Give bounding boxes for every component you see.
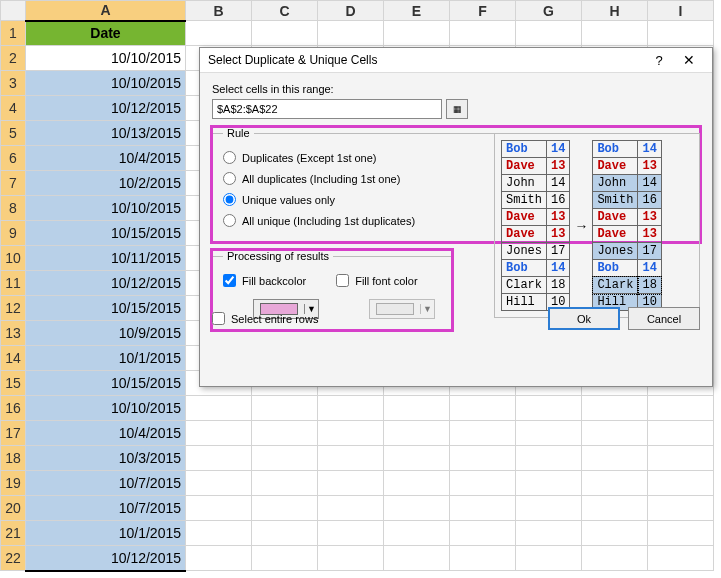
col-header-D[interactable]: D	[318, 1, 384, 21]
check-select-entire-rows[interactable]: Select entire rows	[212, 308, 318, 329]
cell-F19[interactable]	[450, 471, 516, 496]
col-header-C[interactable]: C	[252, 1, 318, 21]
cell-A17[interactable]: 10/4/2015	[26, 421, 186, 446]
help-button[interactable]: ?	[644, 53, 674, 68]
cell-D16[interactable]	[318, 396, 384, 421]
cell-E17[interactable]	[384, 421, 450, 446]
cell-G22[interactable]	[516, 546, 582, 571]
row-header-4[interactable]: 4	[1, 96, 26, 121]
select-all-corner[interactable]	[1, 1, 26, 21]
cell-C18[interactable]	[252, 446, 318, 471]
cell-C21[interactable]	[252, 521, 318, 546]
cell-D17[interactable]	[318, 421, 384, 446]
cell-H21[interactable]	[582, 521, 648, 546]
cell-B1[interactable]	[186, 21, 252, 46]
row-header-12[interactable]: 12	[1, 296, 26, 321]
cell-A19[interactable]: 10/7/2015	[26, 471, 186, 496]
cell-D18[interactable]	[318, 446, 384, 471]
cell-I1[interactable]	[648, 21, 714, 46]
col-header-E[interactable]: E	[384, 1, 450, 21]
cell-A21[interactable]: 10/1/2015	[26, 521, 186, 546]
cell-F18[interactable]	[450, 446, 516, 471]
row-header-21[interactable]: 21	[1, 521, 26, 546]
cell-D1[interactable]	[318, 21, 384, 46]
row-header-19[interactable]: 19	[1, 471, 26, 496]
cell-I20[interactable]	[648, 496, 714, 521]
cell-G19[interactable]	[516, 471, 582, 496]
cell-A15[interactable]: 10/15/2015	[26, 371, 186, 396]
row-header-1[interactable]: 1	[1, 21, 26, 46]
col-header-F[interactable]: F	[450, 1, 516, 21]
cell-H1[interactable]	[582, 21, 648, 46]
cell-H18[interactable]	[582, 446, 648, 471]
check-fill-backcolor[interactable]: Fill backcolor	[223, 270, 306, 291]
cell-C19[interactable]	[252, 471, 318, 496]
cell-A16[interactable]: 10/10/2015	[26, 396, 186, 421]
col-header-H[interactable]: H	[582, 1, 648, 21]
row-header-7[interactable]: 7	[1, 171, 26, 196]
row-header-3[interactable]: 3	[1, 71, 26, 96]
cell-I16[interactable]	[648, 396, 714, 421]
row-header-22[interactable]: 22	[1, 546, 26, 571]
cell-A8[interactable]: 10/10/2015	[26, 196, 186, 221]
cell-A1[interactable]: Date	[26, 21, 186, 46]
cell-F16[interactable]	[450, 396, 516, 421]
ok-button[interactable]: Ok	[548, 307, 620, 330]
cell-C16[interactable]	[252, 396, 318, 421]
cell-B16[interactable]	[186, 396, 252, 421]
row-header-9[interactable]: 9	[1, 221, 26, 246]
row-header-17[interactable]: 17	[1, 421, 26, 446]
row-header-20[interactable]: 20	[1, 496, 26, 521]
cell-A7[interactable]: 10/2/2015	[26, 171, 186, 196]
range-input[interactable]	[212, 99, 442, 119]
cell-H20[interactable]	[582, 496, 648, 521]
cell-F1[interactable]	[450, 21, 516, 46]
row-header-18[interactable]: 18	[1, 446, 26, 471]
cell-A20[interactable]: 10/7/2015	[26, 496, 186, 521]
cell-G18[interactable]	[516, 446, 582, 471]
cell-G1[interactable]	[516, 21, 582, 46]
col-header-I[interactable]: I	[648, 1, 714, 21]
cell-I17[interactable]	[648, 421, 714, 446]
cell-I18[interactable]	[648, 446, 714, 471]
cell-D21[interactable]	[318, 521, 384, 546]
cell-E1[interactable]	[384, 21, 450, 46]
col-header-G[interactable]: G	[516, 1, 582, 21]
cell-A22[interactable]: 10/12/2015	[26, 546, 186, 571]
row-header-5[interactable]: 5	[1, 121, 26, 146]
cell-A2[interactable]: 10/10/2015	[26, 46, 186, 71]
cell-A13[interactable]: 10/9/2015	[26, 321, 186, 346]
cell-G17[interactable]	[516, 421, 582, 446]
cell-D20[interactable]	[318, 496, 384, 521]
row-header-10[interactable]: 10	[1, 246, 26, 271]
cell-B18[interactable]	[186, 446, 252, 471]
cell-H17[interactable]	[582, 421, 648, 446]
row-header-11[interactable]: 11	[1, 271, 26, 296]
cell-B20[interactable]	[186, 496, 252, 521]
cell-H19[interactable]	[582, 471, 648, 496]
row-header-14[interactable]: 14	[1, 346, 26, 371]
cell-E16[interactable]	[384, 396, 450, 421]
row-header-8[interactable]: 8	[1, 196, 26, 221]
row-header-15[interactable]: 15	[1, 371, 26, 396]
cell-A5[interactable]: 10/13/2015	[26, 121, 186, 146]
cell-A9[interactable]: 10/15/2015	[26, 221, 186, 246]
cell-I19[interactable]	[648, 471, 714, 496]
cell-D22[interactable]	[318, 546, 384, 571]
cell-A12[interactable]: 10/15/2015	[26, 296, 186, 321]
cell-A10[interactable]: 10/11/2015	[26, 246, 186, 271]
row-header-6[interactable]: 6	[1, 146, 26, 171]
cell-A11[interactable]: 10/12/2015	[26, 271, 186, 296]
cell-A6[interactable]: 10/4/2015	[26, 146, 186, 171]
cell-I22[interactable]	[648, 546, 714, 571]
row-header-16[interactable]: 16	[1, 396, 26, 421]
cell-D19[interactable]	[318, 471, 384, 496]
check-fill-fontcolor[interactable]: Fill font color	[336, 270, 417, 291]
cell-F22[interactable]	[450, 546, 516, 571]
cell-B22[interactable]	[186, 546, 252, 571]
cell-G16[interactable]	[516, 396, 582, 421]
close-button[interactable]: ✕	[674, 52, 704, 68]
cell-E19[interactable]	[384, 471, 450, 496]
row-header-2[interactable]: 2	[1, 46, 26, 71]
cell-I21[interactable]	[648, 521, 714, 546]
